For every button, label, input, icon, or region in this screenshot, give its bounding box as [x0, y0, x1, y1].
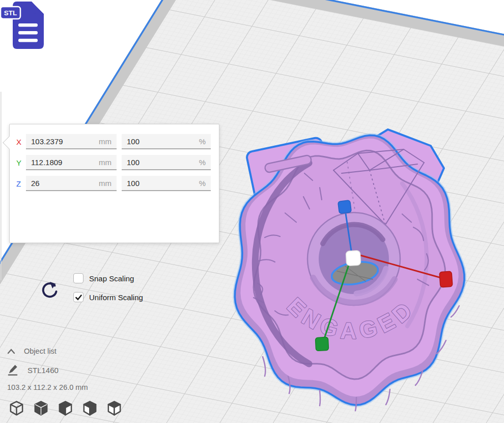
camera-view-toolbar	[8, 400, 123, 416]
left-toolbar-edge	[1, 92, 2, 280]
scale-row-y: Y 112.1809 mm 100 %	[16, 155, 211, 170]
document-lines	[18, 23, 38, 42]
y-scale-handle[interactable]	[315, 337, 328, 351]
y-size-input[interactable]: 112.1809 mm	[26, 155, 117, 170]
view-front-icon[interactable]	[33, 400, 49, 416]
x-size-input[interactable]: 103.2379 mm	[26, 134, 117, 149]
uniform-scaling-checkbox[interactable]: Uniform Scaling	[73, 292, 143, 302]
scale-tool-panel: X 103.2379 mm 100 % Y 112.1809 mm 100 % …	[9, 124, 219, 243]
z-size-input[interactable]: 26 mm	[26, 176, 117, 191]
object-item-name: STL1460	[27, 366, 59, 375]
x-percent-unit: %	[199, 137, 206, 146]
z-axis-label: Z	[16, 179, 26, 188]
stl-file-icon: STL	[0, 0, 48, 52]
object-list-item[interactable]: STL1460	[7, 364, 59, 376]
z-size-unit: mm	[99, 179, 111, 188]
caret-up-icon	[7, 348, 15, 354]
scale-row-x: X 103.2379 mm 100 %	[16, 134, 211, 149]
view-top-icon[interactable]	[57, 400, 74, 416]
x-size-unit: mm	[99, 137, 111, 146]
x-percent-input[interactable]: 100 %	[122, 134, 211, 149]
z-percent-input[interactable]: 100 %	[122, 176, 211, 191]
uniform-scaling-label: Uniform Scaling	[89, 293, 143, 302]
check-icon	[75, 294, 82, 301]
object-list-title: Object list	[24, 347, 57, 355]
view-left-icon[interactable]	[81, 400, 98, 416]
pencil-icon	[7, 364, 18, 376]
x-axis-label: X	[16, 138, 26, 146]
y-percent-unit: %	[199, 158, 206, 167]
y-percent-input[interactable]: 100 %	[122, 155, 211, 170]
stl-badge-label: STL	[4, 9, 17, 17]
view-right-icon[interactable]	[106, 400, 123, 416]
view-3d-icon[interactable]	[8, 400, 25, 416]
object-list-header[interactable]: Object list	[7, 347, 57, 355]
z-percent-unit: %	[199, 179, 206, 188]
scale-row-z: Z 26 mm 100 %	[16, 176, 211, 191]
snap-scaling-box[interactable]	[73, 273, 83, 283]
y-size-unit: mm	[99, 158, 111, 167]
snap-scaling-checkbox[interactable]: Snap Scaling	[73, 273, 134, 283]
snap-scaling-label: Snap Scaling	[89, 274, 134, 283]
object-dimensions: 103.2 x 112.2 x 26.0 mm	[7, 383, 88, 391]
reset-rotate-ccw-icon[interactable]	[40, 280, 60, 301]
center-scale-handle[interactable]	[346, 250, 360, 266]
uniform-scaling-box[interactable]	[73, 292, 83, 302]
z-scale-handle[interactable]	[338, 200, 352, 214]
y-axis-label: Y	[16, 158, 26, 167]
x-scale-handle[interactable]	[439, 271, 453, 287]
